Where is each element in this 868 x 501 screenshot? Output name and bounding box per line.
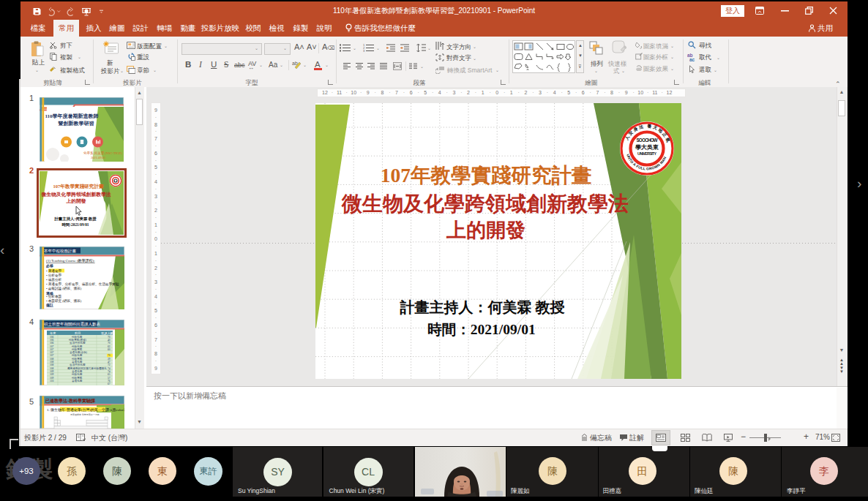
svg-text:上的開發: 上的開發 <box>65 198 86 204</box>
svg-text:普通化學: 普通化學 <box>72 369 83 373</box>
svg-text:已連教學法-教科學實驗課: 已連教學法-教科學實驗課 <box>45 398 96 404</box>
svg-text:2021.09.01: 2021.09.01 <box>91 156 105 159</box>
svg-text:普通化學: 普通化學 <box>72 360 83 363</box>
svg-text:學大吳東: 學大吳東 <box>635 144 659 151</box>
svg-text:分析化學: 分析化學 <box>72 335 83 339</box>
svg-text:分析化學: 分析化學 <box>72 344 83 348</box>
svg-text:本年中程校務計畫: 本年中程校務計畫 <box>44 249 77 254</box>
svg-text:• 儀器分析: • 儀器分析 <box>46 278 62 282</box>
svg-text:107年教學實踐研究計畫: 107年教學實踐研究計畫 <box>53 184 104 189</box>
svg-text:分析專題(選修): 分析專題(選修) <box>69 338 87 342</box>
svg-text:• 分析化學: • 分析化學 <box>46 273 62 278</box>
svg-text:110學年度暑期新進教師: 110學年度暑期新進教師 <box>45 113 98 119</box>
svg-text:計畫主持人:何美霖 教授: 計畫主持人:何美霖 教授 <box>53 216 97 222</box>
svg-text:UNIVERSITY: UNIVERSITY <box>637 151 656 156</box>
svg-text:生活中的化學: 生活中的化學 <box>70 363 86 366</box>
svg-text:微生物及化學跨領域創新教學法: 微生物及化學跨領域創新教學法 <box>40 192 111 197</box>
svg-text:60: 60 <box>108 348 111 351</box>
svg-text:(1) Teaching Course (教學課程):: (1) Teaching Course (教學課程): <box>46 258 95 263</box>
svg-text:選課人數: 選課人數 <box>101 331 114 335</box>
svg-text:1. 微生物年-普通化學(台灣)的第一堂課-ö原color表: 1. 微生物年-普通化學(台灣)的第一堂課-ö原color表 <box>47 407 124 413</box>
svg-text:生活中的化學: 生活中的化學 <box>70 341 86 344</box>
svg-text:年度: 年度 <box>50 331 56 335</box>
svg-text:分析化學: 分析化學 <box>72 353 83 357</box>
svg-text:元素週期表 化學元素的一覽表: 元素週期表 化學元素的一覽表 <box>70 413 100 416</box>
svg-text:暨創新教學研習: 暨創新教學研習 <box>59 120 94 127</box>
svg-text:3: 3 <box>363 49 365 52</box>
svg-text:• 普通化學: • 普通化學 <box>46 268 62 274</box>
svg-text:67: 67 <box>108 383 111 385</box>
svg-text:110: 110 <box>50 380 53 383</box>
svg-text:• 普通化學、分析化學、儀器分析、生活化學實驗: • 普通化學、分析化學、儀器分析、生活化學實驗 <box>46 282 119 287</box>
svg-text:選修: 選修 <box>45 291 53 295</box>
svg-text:ac: ac <box>689 57 695 62</box>
svg-text:備註: 備註 <box>45 303 53 308</box>
svg-text:• 專題研究 (碩班、博班): • 專題研究 (碩班、博班) <box>46 298 82 304</box>
svg-text:普通化學(合班): 普通化學(合班) <box>70 350 88 354</box>
svg-text:SOOCHOW: SOOCHOW <box>637 138 659 143</box>
svg-text:碩士班歷年相關科目選課人數表: 碩士班歷年相關科目選課人數表 <box>43 321 101 327</box>
svg-text:普通化學: 普通化學 <box>72 379 83 383</box>
svg-text:科目: 科目 <box>75 331 81 335</box>
svg-text:必修: 必修 <box>45 263 53 268</box>
svg-text:化學系 何美霖 (NSC-TIGP): 化學系 何美霖 (NSC-TIGP) <box>83 151 122 156</box>
svg-text:分析化學: 分析化學 <box>72 372 83 376</box>
svg-text:應用感測科技於微尺度分析國農化: 應用感測科技於微尺度分析國農化 <box>67 366 107 370</box>
svg-text:時間:2021/09/01: 時間:2021/09/01 <box>61 222 89 227</box>
